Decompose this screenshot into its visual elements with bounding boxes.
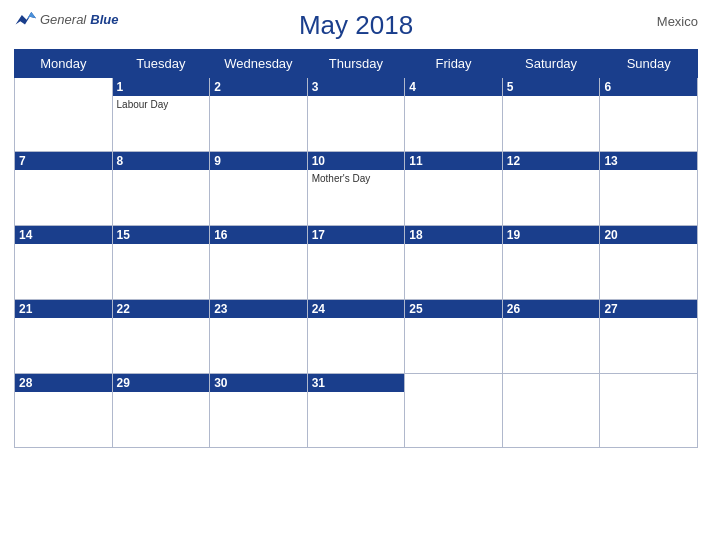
calendar-cell: 31 bbox=[307, 374, 405, 448]
calendar-cell: 8 bbox=[112, 152, 210, 226]
day-number: 20 bbox=[600, 226, 697, 244]
calendar-header: General Blue May 2018 Mexico bbox=[14, 10, 698, 41]
logo-general-text: General bbox=[40, 12, 86, 27]
calendar-cell: 4 bbox=[405, 78, 503, 152]
weekday-header-tuesday: Tuesday bbox=[112, 50, 210, 78]
day-number: 9 bbox=[210, 152, 307, 170]
logo-bird-icon bbox=[14, 10, 36, 28]
svg-marker-0 bbox=[16, 12, 36, 25]
day-number: 2 bbox=[210, 78, 307, 96]
day-number: 29 bbox=[113, 374, 210, 392]
calendar-cell bbox=[502, 374, 600, 448]
weekday-header-monday: Monday bbox=[15, 50, 113, 78]
calendar-cell: 14 bbox=[15, 226, 113, 300]
calendar-cell: 9 bbox=[210, 152, 308, 226]
day-number: 16 bbox=[210, 226, 307, 244]
logo-blue-text: Blue bbox=[90, 12, 118, 27]
calendar-cell: 12 bbox=[502, 152, 600, 226]
day-number: 11 bbox=[405, 152, 502, 170]
day-number: 27 bbox=[600, 300, 697, 318]
calendar-cell bbox=[600, 374, 698, 448]
calendar-cell: 13 bbox=[600, 152, 698, 226]
weekday-header-friday: Friday bbox=[405, 50, 503, 78]
day-event: Mother's Day bbox=[312, 173, 401, 184]
calendar-cell: 3 bbox=[307, 78, 405, 152]
calendar-cell: 20 bbox=[600, 226, 698, 300]
day-number: 14 bbox=[15, 226, 112, 244]
calendar-cell: 18 bbox=[405, 226, 503, 300]
calendar-cell: 16 bbox=[210, 226, 308, 300]
day-number: 10 bbox=[308, 152, 405, 170]
day-number: 18 bbox=[405, 226, 502, 244]
weekday-header-saturday: Saturday bbox=[502, 50, 600, 78]
day-number: 22 bbox=[113, 300, 210, 318]
calendar-cell: 30 bbox=[210, 374, 308, 448]
weekday-header-row: MondayTuesdayWednesdayThursdayFridaySatu… bbox=[15, 50, 698, 78]
calendar-cell bbox=[405, 374, 503, 448]
day-number: 28 bbox=[15, 374, 112, 392]
day-number: 4 bbox=[405, 78, 502, 96]
day-number: 26 bbox=[503, 300, 600, 318]
calendar-cell: 28 bbox=[15, 374, 113, 448]
calendar-cell: 5 bbox=[502, 78, 600, 152]
day-number: 12 bbox=[503, 152, 600, 170]
day-number: 24 bbox=[308, 300, 405, 318]
calendar-cell: 23 bbox=[210, 300, 308, 374]
calendar-cell: 1Labour Day bbox=[112, 78, 210, 152]
day-number: 13 bbox=[600, 152, 697, 170]
calendar-table: MondayTuesdayWednesdayThursdayFridaySatu… bbox=[14, 49, 698, 448]
calendar-week-row: 1Labour Day23456 bbox=[15, 78, 698, 152]
calendar-week-row: 28293031 bbox=[15, 374, 698, 448]
day-number: 15 bbox=[113, 226, 210, 244]
logo-area: General Blue bbox=[14, 10, 118, 28]
calendar-cell: 15 bbox=[112, 226, 210, 300]
day-number: 1 bbox=[113, 78, 210, 96]
calendar-cell: 25 bbox=[405, 300, 503, 374]
day-number: 3 bbox=[308, 78, 405, 96]
weekday-header-sunday: Sunday bbox=[600, 50, 698, 78]
weekday-header-thursday: Thursday bbox=[307, 50, 405, 78]
day-number: 31 bbox=[308, 374, 405, 392]
calendar-cell: 2 bbox=[210, 78, 308, 152]
calendar-cell: 24 bbox=[307, 300, 405, 374]
calendar-cell: 11 bbox=[405, 152, 503, 226]
day-number: 30 bbox=[210, 374, 307, 392]
calendar-cell: 6 bbox=[600, 78, 698, 152]
calendar-cell: 7 bbox=[15, 152, 113, 226]
calendar-container: General Blue May 2018 Mexico MondayTuesd… bbox=[0, 0, 712, 550]
calendar-cell: 19 bbox=[502, 226, 600, 300]
day-number: 17 bbox=[308, 226, 405, 244]
day-number: 21 bbox=[15, 300, 112, 318]
day-number: 23 bbox=[210, 300, 307, 318]
calendar-cell: 21 bbox=[15, 300, 113, 374]
day-number: 6 bbox=[600, 78, 697, 96]
calendar-week-row: 14151617181920 bbox=[15, 226, 698, 300]
calendar-cell: 26 bbox=[502, 300, 600, 374]
calendar-cell bbox=[15, 78, 113, 152]
calendar-cell: 27 bbox=[600, 300, 698, 374]
calendar-cell: 22 bbox=[112, 300, 210, 374]
calendar-cell: 10Mother's Day bbox=[307, 152, 405, 226]
day-number: 25 bbox=[405, 300, 502, 318]
day-number: 5 bbox=[503, 78, 600, 96]
day-number: 7 bbox=[15, 152, 112, 170]
weekday-header-wednesday: Wednesday bbox=[210, 50, 308, 78]
day-number: 19 bbox=[503, 226, 600, 244]
calendar-cell: 17 bbox=[307, 226, 405, 300]
calendar-week-row: 78910Mother's Day111213 bbox=[15, 152, 698, 226]
day-event: Labour Day bbox=[117, 99, 206, 110]
country-label: Mexico bbox=[657, 14, 698, 29]
calendar-cell: 29 bbox=[112, 374, 210, 448]
calendar-week-row: 21222324252627 bbox=[15, 300, 698, 374]
day-number: 8 bbox=[113, 152, 210, 170]
calendar-title: May 2018 bbox=[299, 10, 413, 41]
